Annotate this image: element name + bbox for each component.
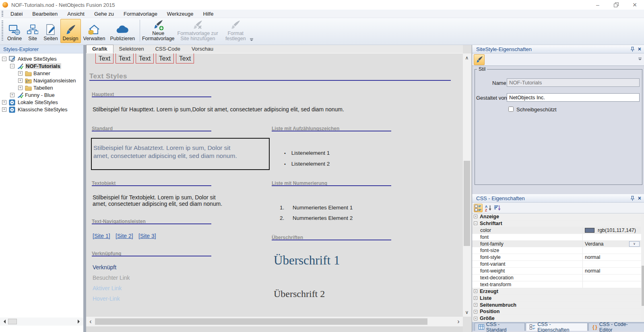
toolbar-overflow-button[interactable] [250, 36, 254, 43]
menu-item-bearbeiten[interactable]: Bearbeiten [27, 10, 62, 18]
menu-item-ansicht[interactable]: Ansicht [62, 10, 89, 18]
menu-item-gehe-zu[interactable]: Gehe zu [89, 10, 119, 18]
style-name-input[interactable] [507, 78, 640, 87]
font-family-dropdown-button[interactable]: ∨ [629, 241, 640, 247]
tree-item-nof-tutorials[interactable]: − NOF-Tutorials [0, 62, 83, 70]
canvas-horizontal-scrollbar[interactable]: ‹ › [86, 317, 463, 326]
site-button[interactable]: Site [24, 19, 41, 43]
tab-grafik[interactable]: Grafik [86, 45, 114, 53]
property-row-color[interactable]: color rgb(101,117,147) [472, 227, 641, 234]
expand-box[interactable]: + [474, 310, 477, 314]
property-row-text-transform[interactable]: text-transform [472, 281, 641, 288]
tree-item-lokale-sitestyles[interactable]: + Lokale SiteStyles [0, 98, 83, 106]
panel-splitter[interactable] [83, 45, 86, 332]
expand-box[interactable]: + [10, 93, 14, 97]
category-row-liste[interactable]: + Liste [472, 295, 641, 302]
categorized-view-button[interactable] [474, 204, 483, 212]
restore-button[interactable] [607, 0, 625, 10]
site3-link[interactable]: [Site 3] [138, 233, 156, 239]
scroll-down-arrow[interactable]: ∨ [463, 309, 471, 315]
scroll-up-arrow[interactable]: ∧ [463, 55, 471, 61]
tab-vorschau[interactable]: Vorschau [186, 45, 219, 53]
expand-box[interactable]: + [18, 86, 23, 90]
color-swatch[interactable] [585, 228, 594, 233]
sidebar-horizontal-scrollbar[interactable] [0, 318, 83, 326]
tree-item-aktive-sitestyles[interactable]: − Aktive SiteStyles [0, 55, 83, 62]
menu-grip-handle[interactable] [2, 11, 3, 16]
expand-box[interactable]: + [2, 107, 6, 112]
scroll-thumb[interactable] [464, 161, 470, 246]
scroll-left-arrow[interactable]: ‹ [86, 318, 95, 325]
format-festlegen-button[interactable]: Format festlegen [221, 19, 250, 43]
scroll-left-arrow[interactable] [2, 320, 6, 324]
pin-icon[interactable] [630, 196, 635, 201]
expand-box[interactable]: + [18, 71, 23, 76]
sort-az-button[interactable]: AZ [484, 204, 493, 212]
style-preview-canvas[interactable]: Text Text Text Text Text Text Styles Hau… [86, 53, 463, 317]
expand-box[interactable]: + [474, 289, 477, 293]
design-button[interactable]: Design [60, 19, 81, 43]
expand-box[interactable]: + [474, 303, 477, 307]
tree-item-funny-blue[interactable]: + Funny - Blue [0, 91, 83, 98]
neue-formatvorlage-button[interactable]: Neue Formatvorlage [142, 19, 174, 43]
scroll-thumb[interactable] [8, 319, 17, 324]
category-row-erzeugt[interactable]: + Erzeugt [472, 288, 641, 295]
tab-css-code-editor[interactable]: { } CSS - Code-Editor [588, 323, 644, 331]
category-row-schriftart[interactable]: − Schriftart [472, 220, 641, 227]
formatvorlage-zur-site-button[interactable]: Formatvorlage zur Site hinzufügen [174, 19, 221, 43]
category-row-position[interactable]: + Position [472, 308, 641, 315]
pin-icon[interactable] [630, 47, 635, 52]
tree-item-navigationsleisten[interactable]: + Navigationsleisten [0, 77, 83, 84]
menu-item-datei[interactable]: Datei [6, 10, 27, 18]
menu-item-werkzeuge[interactable]: Werkzeuge [162, 10, 198, 18]
tree-item-tabellen[interactable]: + Tabellen [0, 84, 83, 91]
collapse-box[interactable]: − [2, 57, 6, 61]
expand-box[interactable]: + [18, 78, 23, 83]
expand-box[interactable]: + [474, 296, 477, 300]
minimize-button[interactable]: – [588, 0, 607, 10]
category-row-seitenumbruch[interactable]: + Seitenumbruch [472, 302, 641, 309]
grid-vertical-scrollbar[interactable] [641, 213, 644, 322]
tab-css-eigenschaften[interactable]: CSS - Eigenschaften [526, 323, 588, 331]
designed-by-input[interactable] [507, 93, 640, 102]
property-row-font-variant[interactable]: font-variant [472, 261, 641, 268]
toolbar-grip-handle[interactable] [2, 20, 3, 41]
close-button[interactable]: × [625, 0, 644, 10]
menu-item-formatvorlage[interactable]: Formatvorlage [119, 10, 162, 18]
online-button[interactable]: Online [5, 19, 24, 43]
tree-item-klassische-sitestyles[interactable]: + Klassische SiteStyles [0, 106, 83, 113]
property-row-font-size[interactable]: font-size [472, 247, 641, 254]
sort-list-button[interactable] [493, 204, 502, 212]
property-row-font-family[interactable]: font-family Verdana ∨ [472, 241, 641, 248]
close-panel-icon[interactable]: × [638, 196, 641, 201]
expand-box[interactable]: + [2, 100, 6, 105]
collapse-box[interactable]: − [474, 221, 477, 225]
scroll-thumb[interactable] [95, 318, 427, 325]
canvas-vertical-scrollbar[interactable]: ∧ ∨ [463, 53, 471, 317]
panel-overflow-button[interactable] [638, 57, 642, 62]
tab-css-code[interactable]: CSS-Code [150, 45, 186, 53]
expand-box[interactable]: + [474, 215, 477, 218]
verwalten-button[interactable]: Verwalten [81, 19, 108, 43]
property-row-font-weight[interactable]: font-weight normal [472, 268, 641, 275]
close-panel-icon[interactable]: × [638, 47, 641, 51]
tree-item-banner[interactable]: + Banner [0, 70, 83, 77]
publizieren-button[interactable]: Publizieren [107, 19, 137, 43]
tab-css-standard[interactable]: CSS - Standard [475, 323, 525, 331]
site1-link[interactable]: [Site 1] [93, 233, 110, 239]
category-row-anzeige[interactable]: + Anzeige [472, 213, 641, 220]
scroll-right-arrow[interactable]: › [454, 318, 463, 325]
tab-selektoren[interactable]: Selektoren [114, 45, 150, 53]
expand-box[interactable]: + [474, 317, 477, 320]
seiten-button[interactable]: Seiten [41, 19, 60, 43]
site2-link[interactable]: [Site 2] [116, 233, 133, 239]
property-row-text-decoration[interactable]: text-decoration [472, 275, 641, 281]
property-row-font-style[interactable]: font-style normal [472, 254, 641, 261]
style-brush-button[interactable] [474, 54, 485, 65]
category-row-groesse[interactable]: + Größe [472, 315, 641, 322]
menu-item-hilfe[interactable]: Hilfe [198, 10, 218, 18]
scroll-right-arrow[interactable] [78, 320, 82, 324]
property-row-font[interactable]: font [472, 234, 641, 241]
scroll-thumb[interactable] [642, 266, 644, 306]
collapse-box[interactable]: − [10, 64, 14, 68]
